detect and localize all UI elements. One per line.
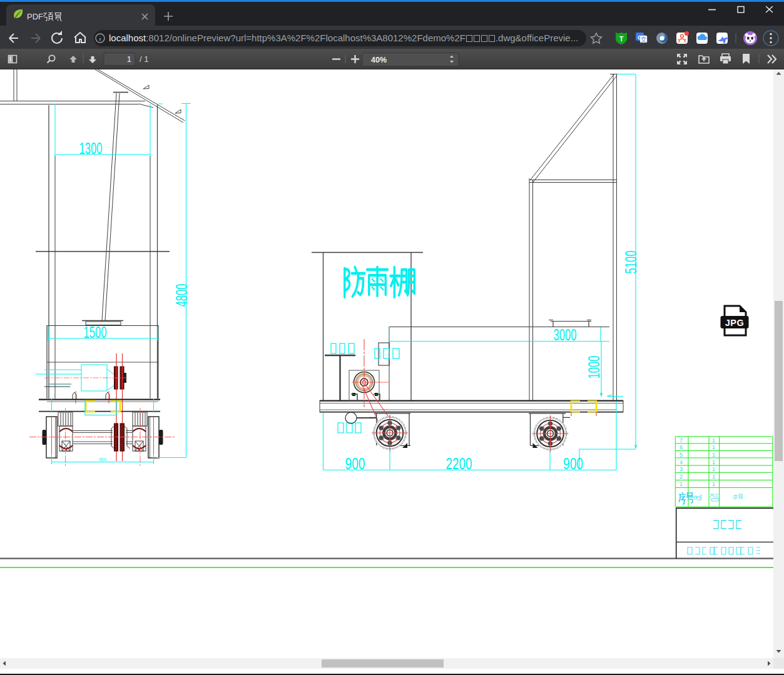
svg-text:3: 3 [680,466,683,472]
svg-text:1000: 1000 [584,356,603,379]
svg-text:PDF: PDF [27,12,43,21]
svg-text:1: 1 [712,459,715,465]
svg-text:2200: 2200 [446,454,472,473]
svg-text:2: 2 [680,474,683,480]
svg-text:JPG: JPG [725,318,745,328]
svg-text:900: 900 [563,454,583,473]
svg-text:4: 4 [680,459,683,465]
svg-text:5100: 5100 [621,251,640,274]
svg-text:1: 1 [712,474,715,480]
svg-text:900: 900 [345,454,365,473]
svg-text:T: T [619,35,624,43]
svg-text:/ 1: / 1 [140,54,148,64]
svg-text:4500: 4500 [99,457,106,462]
svg-text:1: 1 [712,481,715,487]
svg-text:1: 1 [712,444,715,450]
svg-text:1: 1 [712,437,715,444]
svg-text:4800: 4800 [172,284,191,307]
svg-text:1: 1 [680,481,683,487]
svg-text:1: 1 [712,452,715,458]
svg-text:1300: 1300 [79,139,103,158]
svg-text:6: 6 [680,444,683,450]
svg-text:7: 7 [680,437,683,444]
svg-text:1500: 1500 [84,323,107,342]
svg-text:5: 5 [680,452,683,458]
svg-text:1: 1 [127,54,131,64]
svg-text:1: 1 [712,466,715,472]
svg-text:40%: 40% [371,56,387,64]
svg-text:3000: 3000 [554,325,577,344]
